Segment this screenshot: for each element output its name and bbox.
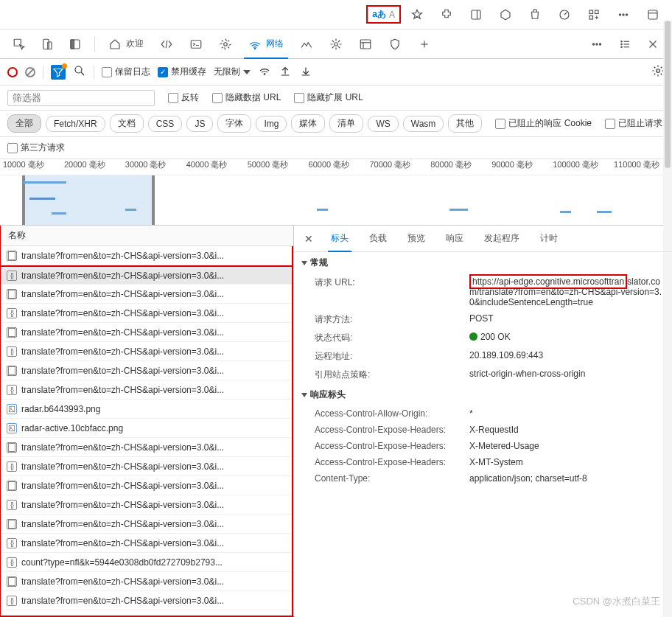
watermark: CSDN @水煮白菜王 [573, 595, 660, 608]
tab-memory[interactable] [322, 31, 350, 57]
search-icon[interactable] [73, 64, 86, 80]
tab-security[interactable] [381, 31, 409, 57]
type-wasm[interactable]: Wasm [403, 116, 444, 132]
extensions-icon[interactable] [433, 1, 460, 28]
apps-icon[interactable] [581, 1, 607, 28]
type-img[interactable]: Img [256, 116, 287, 132]
type-all[interactable]: 全部 [7, 114, 41, 133]
download-icon[interactable] [299, 64, 312, 80]
remote-address-row: 远程地址:20.189.109.69:443 [294, 347, 672, 366]
type-media[interactable]: 媒体 [291, 114, 325, 133]
request-row[interactable]: translate?from=en&to=zh-CHS&api-version=… [1, 534, 292, 553]
sidebar-icon[interactable] [463, 1, 489, 28]
blocked-requests-checkbox[interactable]: 已阻止请求 [605, 117, 662, 130]
translate-icon[interactable]: aあ [372, 8, 386, 21]
request-row[interactable]: translate?from=en&to=zh-CHS&api-version=… [1, 304, 292, 323]
tab-application[interactable] [351, 31, 379, 57]
inspect-icon[interactable] [6, 31, 32, 57]
doc-icon [7, 251, 17, 261]
type-manifest[interactable]: 清单 [329, 114, 363, 133]
dtab-preview[interactable]: 预览 [399, 226, 434, 251]
wifi-icon[interactable] [258, 64, 271, 80]
request-row[interactable]: translate?from=en&to=zh-CHS&api-version=… [1, 572, 292, 591]
type-other[interactable]: 其他 [448, 114, 482, 133]
svg-point-18 [254, 48, 256, 49]
more-icon[interactable] [610, 1, 637, 28]
tab-sources[interactable] [211, 31, 239, 57]
errorlist-icon[interactable] [612, 31, 638, 57]
type-font[interactable]: 字体 [217, 114, 251, 133]
timeline[interactable]: 10000 毫秒20000 毫秒30000 毫秒40000 毫秒50000 毫秒… [0, 159, 672, 226]
disable-cache-checkbox[interactable]: ✓禁用缓存 [158, 66, 206, 78]
request-row[interactable]: translate?from=en&to=zh-CHS&api-version=… [1, 438, 292, 457]
close-devtools-icon[interactable] [640, 31, 666, 57]
read-aloud-icon[interactable]: A [389, 10, 395, 20]
request-row[interactable]: radar-active.10cbfacc.png [1, 419, 292, 438]
preserve-log-checkbox[interactable]: 保留日志 [102, 66, 150, 78]
performance-icon[interactable] [551, 1, 578, 28]
filter-input[interactable] [7, 90, 155, 106]
record-button[interactable] [7, 67, 18, 77]
shopping-icon[interactable] [522, 1, 548, 28]
type-doc[interactable]: 文档 [110, 114, 144, 133]
third-party-checkbox[interactable]: 第三方请求 [7, 142, 65, 154]
tab-network[interactable]: 网络 [241, 31, 291, 57]
general-section[interactable]: 常规 [294, 252, 672, 273]
settings-more-icon[interactable] [584, 31, 610, 57]
svg-point-36 [75, 66, 82, 73]
request-row[interactable]: radar.b6443993.png [1, 400, 292, 419]
tab-elements[interactable] [153, 31, 181, 57]
upload-icon[interactable] [279, 64, 292, 80]
svg-point-43 [10, 426, 12, 428]
tab-welcome[interactable]: 欢迎 [101, 31, 151, 57]
request-row[interactable]: translate?from=en&to=zh-CHS&api-version=… [1, 495, 292, 515]
dtab-payload[interactable]: 负载 [360, 226, 396, 251]
tab-performance[interactable] [293, 31, 321, 57]
panel-icon[interactable] [640, 1, 666, 28]
request-row[interactable]: translate?from=en&to=zh-CHS&api-version=… [1, 265, 292, 285]
hide-ext-url-checkbox[interactable]: 隐藏扩展 URL [294, 91, 363, 104]
request-row[interactable]: translate?from=en&to=zh-CHS&api-version=… [1, 380, 292, 400]
name-column-header[interactable]: 名称 [1, 226, 293, 246]
request-row[interactable]: translate?from=en&to=zh-CHS&api-version=… [1, 361, 292, 380]
close-detail-icon[interactable]: ✕ [298, 233, 319, 245]
dock-icon[interactable] [62, 31, 88, 57]
request-row[interactable]: translate?from=en&to=zh-CHS&api-version=… [1, 342, 292, 361]
response-header-row: Access-Control-Expose-Headers:X-RequestI… [294, 422, 672, 438]
filter-bar: 反转 隐藏数据 URL 隐藏扩展 URL [0, 86, 672, 111]
favorite-icon[interactable] [404, 1, 430, 28]
status-dot-icon [469, 332, 477, 341]
hide-data-url-checkbox[interactable]: 隐藏数据 URL [212, 91, 281, 104]
type-css[interactable]: CSS [148, 116, 183, 132]
request-row[interactable]: translate?from=en&to=zh-CHS&api-version=… [1, 457, 292, 476]
doc-icon [7, 366, 17, 376]
dtab-headers[interactable]: 标头 [322, 226, 357, 251]
request-row[interactable]: translate?from=en&to=zh-CHS&api-version=… [1, 246, 292, 265]
request-row[interactable]: count?type=nfl&k=5944e0308db0fd272709b27… [1, 553, 292, 572]
request-row[interactable]: translate?from=en&to=zh-CHS&api-version=… [1, 285, 292, 304]
throttle-select[interactable]: 无限制 [214, 66, 251, 78]
tab-more[interactable] [410, 31, 438, 57]
invert-checkbox[interactable]: 反转 [168, 91, 199, 104]
svg-point-27 [599, 43, 601, 44]
request-row[interactable]: translate?from=en&to=zh-CHS&api-version=… [1, 515, 292, 534]
request-row[interactable]: translate?from=en&to=zh-CHS&api-version=… [1, 323, 292, 342]
filter-toggle[interactable] [51, 65, 66, 80]
tab-console[interactable] [182, 31, 210, 57]
type-fetch[interactable]: Fetch/XHR [46, 116, 105, 132]
third-party-row: 第三方请求 [0, 137, 672, 159]
type-ws[interactable]: WS [368, 116, 398, 132]
request-name: count?type=nfl&k=5944e0308db0fd272709b27… [21, 557, 223, 568]
blocked-cookies-checkbox[interactable]: 已阻止的响应 Cookie [495, 117, 592, 130]
request-row[interactable]: translate?from=en&to=zh-CHS&api-version=… [1, 476, 292, 495]
dtab-timing[interactable]: 计时 [531, 226, 567, 251]
collections-icon[interactable] [492, 1, 519, 28]
clear-button[interactable] [23, 65, 38, 80]
dtab-initiator[interactable]: 发起程序 [475, 226, 528, 251]
response-headers-section[interactable]: 响应标头 [294, 384, 672, 405]
device-icon[interactable] [34, 31, 60, 57]
request-row[interactable]: translate?from=en&to=zh-CHS&api-version=… [1, 591, 292, 610]
dtab-response[interactable]: 响应 [437, 226, 472, 251]
doc-icon [7, 442, 17, 453]
type-js[interactable]: JS [186, 116, 213, 132]
